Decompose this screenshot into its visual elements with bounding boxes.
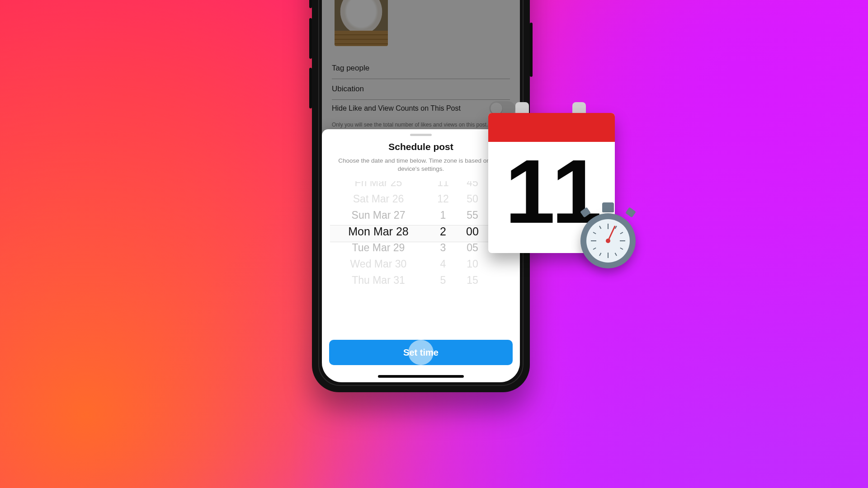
picker-item[interactable]: AM [494,206,509,222]
picker-item[interactable]: 4 [440,256,446,272]
stopwatch-pin-icon [606,239,610,243]
picker-item[interactable]: Sun Mar 27 [352,207,406,223]
home-indicator[interactable] [378,375,464,378]
datetime-picker[interactable]: Fri Mar 25Sat Mar 26Sun Mar 27Mon Mar 28… [330,181,512,285]
schedule-post-sheet: Schedule post Choose the date and time b… [322,129,520,382]
stopwatch-button-icon [580,207,591,217]
picker-ampm-column[interactable]: AMPM [489,181,512,285]
picker-item[interactable]: Tue Mar 29 [352,239,405,256]
phone-screen: Tag people Ubication Hide Like and View … [322,0,520,382]
picker-item[interactable]: Sat Mar 26 [353,191,404,207]
picker-item[interactable]: 1 [440,207,446,223]
sheet-grabber[interactable] [410,134,432,136]
picker-item[interactable]: 2 [440,223,446,239]
phone-power-button [530,23,533,77]
hide-counts-row: Hide Like and View Counts on This Post [332,101,515,116]
hide-counts-toggle[interactable] [489,101,515,116]
ubication-label: Ubication [332,84,364,94]
picker-item[interactable]: 50 [467,191,478,207]
picker-item[interactable]: 05 [467,239,478,256]
stopwatch-illustration [578,202,638,279]
picker-item[interactable]: 00 [466,223,479,239]
picker-item[interactable]: Fri Mar 25 [355,181,402,191]
picker-item[interactable]: Thu Mar 31 [352,272,405,285]
phone-mute-switch [309,0,312,8]
stopwatch-body [580,213,636,268]
stopwatch-button-icon [625,207,636,217]
picker-item[interactable]: 5 [440,272,446,285]
picker-item[interactable]: 12 [437,191,449,207]
stopwatch-crown-icon [602,202,614,212]
ubication-row[interactable]: Ubication [332,79,510,100]
picker-item[interactable]: PM [493,222,510,239]
phone-frame: Tag people Ubication Hide Like and View … [312,0,530,392]
picker-item[interactable]: 3 [440,239,446,256]
picker-item[interactable]: 10 [467,256,478,272]
picker-item[interactable]: Wed Mar 30 [350,256,407,272]
picker-item[interactable]: 11 [437,181,449,191]
sheet-subtitle: Choose the date and time below. Time zon… [322,157,520,173]
picker-date-column[interactable]: Fri Mar 25Sat Mar 26Sun Mar 27Mon Mar 28… [330,181,429,285]
phone-volume-up [309,18,312,59]
phone-volume-down [309,68,312,108]
picker-item[interactable]: 45 [467,181,478,191]
picker-hour-column[interactable]: 111212345 [433,181,453,285]
sheet-title: Schedule post [322,141,520,152]
post-thumbnail [335,0,388,46]
stopwatch-face [586,219,630,263]
hide-counts-label: Hide Like and View Counts on This Post [332,104,461,113]
set-time-button[interactable]: Set time [329,340,513,365]
tag-people-row[interactable]: Tag people [332,58,510,79]
picker-minute-column[interactable]: 45505500051015 [459,181,486,285]
tag-people-label: Tag people [332,64,369,73]
picker-item[interactable]: 15 [467,272,478,285]
picker-item[interactable]: 55 [467,207,478,223]
picker-item[interactable]: Mon Mar 28 [348,223,408,239]
